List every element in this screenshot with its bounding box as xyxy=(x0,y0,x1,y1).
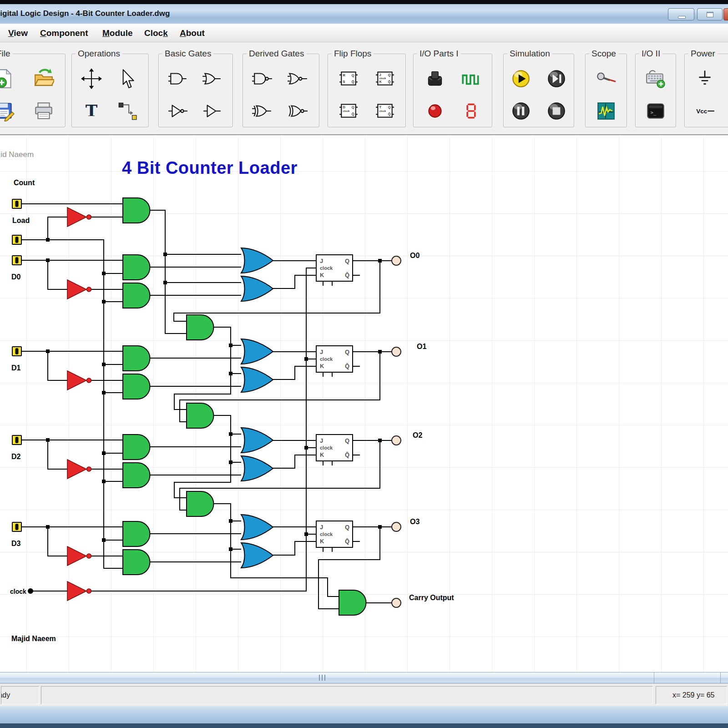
or-gate[interactable] xyxy=(241,456,273,481)
svg-text:R: R xyxy=(343,73,345,77)
or-gate[interactable] xyxy=(241,515,273,540)
or-gate[interactable] xyxy=(241,428,273,453)
open-file-icon[interactable] xyxy=(33,68,54,89)
output-led-o0[interactable] xyxy=(392,256,401,265)
not-gate-icon[interactable] xyxy=(167,101,188,121)
push-button-icon[interactable] xyxy=(425,68,445,89)
menu-item-module[interactable]: Module xyxy=(102,24,133,42)
stop-icon[interactable] xyxy=(546,101,567,121)
and-gate[interactable] xyxy=(123,374,150,399)
svg-text:clock: clock xyxy=(379,77,386,80)
move-tool-icon[interactable] xyxy=(81,68,102,89)
toolbar-group-label: Power xyxy=(688,49,718,59)
t-flipflop-icon[interactable]: TclockQQ̄ xyxy=(374,101,395,121)
vcc-icon[interactable]: Vcc xyxy=(694,101,715,121)
oscilloscope-icon[interactable] xyxy=(596,101,617,121)
and-gate[interactable] xyxy=(123,198,150,223)
input-switch-d3[interactable] xyxy=(12,522,21,531)
maximize-button[interactable] xyxy=(697,8,723,20)
save-file-icon[interactable] xyxy=(0,101,15,121)
scrollbar-grip[interactable] xyxy=(319,675,328,681)
svg-text:J: J xyxy=(379,73,381,77)
toolbar-group-power: PowerVcc xyxy=(684,54,728,127)
jk-flipflop-icon[interactable]: JclockKQQ̄ xyxy=(374,68,395,89)
new-file-icon[interactable] xyxy=(0,68,15,89)
not-gate[interactable] xyxy=(67,371,91,390)
run-icon[interactable] xyxy=(511,68,531,89)
menu-item-view[interactable]: View xyxy=(8,24,28,42)
minimize-button[interactable] xyxy=(668,8,694,20)
xor-gate-icon[interactable] xyxy=(252,101,273,121)
jk-flipflop[interactable]: J clock K Q Q̄ xyxy=(316,346,353,372)
terminal-icon[interactable]: >_ xyxy=(645,101,666,121)
toolbar-group-file: File xyxy=(0,54,66,127)
nand-gate-icon[interactable] xyxy=(252,68,273,89)
input-switch-d1[interactable] xyxy=(12,347,21,356)
seven-segment-icon[interactable] xyxy=(461,101,482,121)
output-label: O3 xyxy=(410,518,420,526)
led-icon[interactable] xyxy=(425,101,445,121)
output-led-o2[interactable] xyxy=(392,436,401,445)
input-label: D3 xyxy=(11,540,21,547)
not-gate[interactable] xyxy=(67,546,91,566)
and-gate[interactable] xyxy=(123,435,150,460)
rs-flipflop-icon[interactable]: RSQQ̄ xyxy=(338,68,359,89)
not-gate[interactable] xyxy=(67,581,91,601)
and-gate[interactable] xyxy=(187,315,214,340)
input-label: Count xyxy=(14,179,35,187)
jk-flipflop[interactable]: J clock K Q Q̄ xyxy=(316,255,353,281)
or-gate[interactable] xyxy=(241,339,273,364)
buffer-gate-icon[interactable] xyxy=(202,101,222,121)
schematic-canvas[interactable]: J clock K Q Q̄ J clock K Q Q̄ J clock K … xyxy=(0,135,728,672)
input-switch-d0[interactable] xyxy=(12,256,21,265)
pause-icon[interactable] xyxy=(511,101,531,121)
nor-gate-icon[interactable] xyxy=(287,68,308,89)
and-gate[interactable] xyxy=(187,491,214,516)
jk-flipflop[interactable]: J clock K Q Q̄ xyxy=(316,435,353,461)
menu-item-component[interactable]: Component xyxy=(40,24,88,42)
or-gate[interactable] xyxy=(241,367,273,392)
xnor-gate-icon[interactable] xyxy=(287,101,308,121)
not-gate[interactable] xyxy=(67,207,91,227)
output-led-carry-output[interactable] xyxy=(392,598,401,607)
menu-item-about[interactable]: About xyxy=(180,24,205,42)
print-icon[interactable] xyxy=(33,101,54,121)
and-gate[interactable] xyxy=(123,463,150,488)
step-icon[interactable] xyxy=(546,68,567,89)
clock-node[interactable] xyxy=(28,588,33,594)
select-tool-icon[interactable] xyxy=(116,68,137,89)
close-button[interactable] xyxy=(723,8,728,20)
and-gate[interactable] xyxy=(123,346,150,371)
jk-flipflop[interactable]: J clock K Q Q̄ xyxy=(316,521,353,547)
and-gate[interactable] xyxy=(123,255,150,280)
menu-item-clock[interactable]: Clock xyxy=(144,24,168,42)
and-gate-icon[interactable] xyxy=(167,68,188,89)
not-gate[interactable] xyxy=(67,280,91,299)
or-gate-icon[interactable] xyxy=(202,68,222,89)
d-flipflop-icon[interactable]: DclockQQ̄ xyxy=(338,101,359,121)
probe-icon[interactable] xyxy=(596,68,617,89)
and-gate[interactable] xyxy=(123,283,150,308)
output-led-o1[interactable] xyxy=(392,347,401,356)
or-gate[interactable] xyxy=(241,276,273,301)
input-switch-load[interactable] xyxy=(12,235,21,244)
ff-pin-q: Q xyxy=(345,258,349,264)
or-gate[interactable] xyxy=(241,248,273,273)
output-led-o3[interactable] xyxy=(392,522,401,531)
input-switch-d2[interactable] xyxy=(12,435,21,445)
input-switch-count[interactable] xyxy=(12,199,21,208)
text-tool-icon[interactable]: T xyxy=(81,101,102,121)
and-gate[interactable] xyxy=(187,403,214,428)
and-gate[interactable] xyxy=(123,550,150,575)
wire-tool-icon[interactable] xyxy=(116,101,137,121)
output-label: O1 xyxy=(417,343,426,350)
ff-pin-q: Q xyxy=(345,349,349,355)
horizontal-scrollbar[interactable] xyxy=(0,672,728,683)
and-gate[interactable] xyxy=(339,590,366,615)
and-gate[interactable] xyxy=(123,521,150,546)
clock-signal-icon[interactable] xyxy=(461,68,482,89)
or-gate[interactable] xyxy=(241,543,273,568)
ground-icon[interactable] xyxy=(694,68,715,89)
keyboard-input-icon[interactable] xyxy=(645,68,666,89)
not-gate[interactable] xyxy=(67,460,91,479)
